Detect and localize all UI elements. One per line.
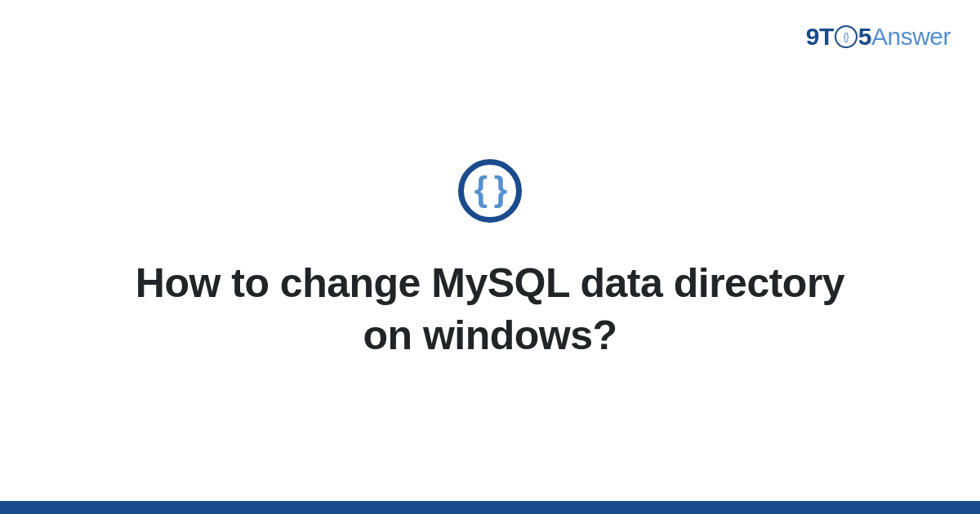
braces-icon: { } xyxy=(474,172,506,206)
footer-accent-bar xyxy=(0,501,980,514)
clock-icon: {} xyxy=(835,25,858,48)
brand-text-9t: 9T xyxy=(806,23,834,50)
code-category-icon: { } xyxy=(458,159,522,223)
question-title: How to change MySQL data directory on wi… xyxy=(122,257,858,361)
site-logo[interactable]: 9T{}5Answer xyxy=(806,23,951,51)
brand-text-5: 5 xyxy=(858,23,871,50)
brand-text-answer: Answer xyxy=(871,23,951,50)
main-content: { } How to change MySQL data directory o… xyxy=(0,0,980,514)
